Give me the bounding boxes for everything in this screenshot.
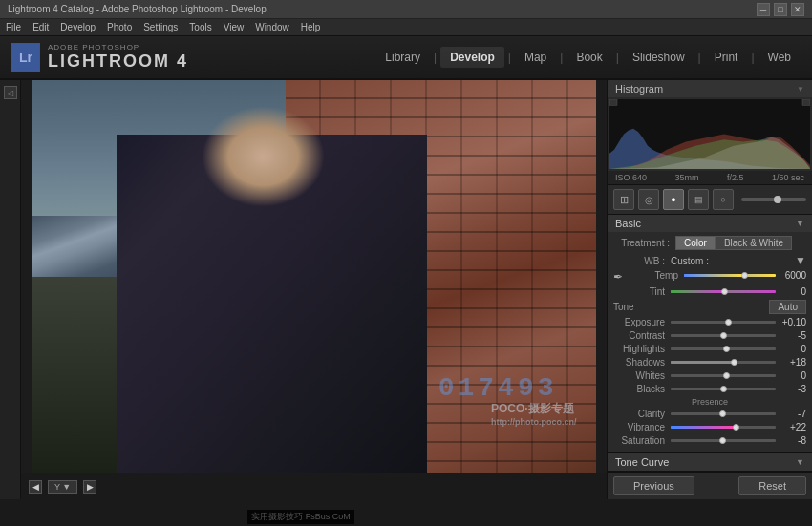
tint-track[interactable]: [671, 290, 776, 293]
menu-file[interactable]: File: [6, 22, 21, 32]
right-panel: Histogram ▼ ISO 640: [607, 80, 812, 499]
nav-sep-1: |: [432, 51, 438, 64]
basic-chevron: ▼: [796, 219, 804, 228]
whites-row: Whites 0: [613, 370, 806, 381]
highlights-thumb[interactable]: [723, 346, 730, 352]
highlights-track[interactable]: [671, 347, 776, 350]
shadows-thumb[interactable]: [731, 359, 737, 366]
saturation-track[interactable]: [671, 439, 776, 442]
temp-value: 6000: [776, 270, 806, 281]
clarity-track[interactable]: [671, 412, 776, 415]
tone-header-row: Tone Auto: [613, 300, 806, 314]
dropper-icon[interactable]: ✒: [613, 270, 623, 284]
temp-thumb[interactable]: [741, 272, 748, 279]
shadows-fill: [671, 361, 733, 364]
nav-sep-2: |: [506, 51, 513, 64]
vibrance-thumb[interactable]: [733, 424, 739, 431]
vibrance-track[interactable]: [671, 426, 776, 429]
frame-selector[interactable]: Y ▼: [48, 480, 77, 494]
menu-edit[interactable]: Edit: [32, 22, 49, 32]
tab-print[interactable]: Print: [705, 47, 748, 68]
contrast-row: Contrast -5: [613, 330, 806, 341]
tab-web[interactable]: Web: [759, 47, 801, 68]
nav-sep-6: |: [749, 51, 756, 64]
lr-badge: Lr: [11, 43, 40, 72]
tint-fill: [671, 290, 723, 293]
title-bar: Lightroom 4 Catalog - Adobe Photoshop Li…: [0, 0, 812, 19]
prev-frame-button[interactable]: ◀: [29, 480, 42, 494]
tab-develop[interactable]: Develop: [440, 47, 504, 68]
temp-row-container: ✒ Temp 6000: [613, 270, 806, 284]
tab-slideshow[interactable]: Slideshow: [623, 47, 694, 68]
menu-tools[interactable]: Tools: [189, 22, 211, 32]
blacks-track[interactable]: [671, 388, 776, 390]
tool-slider[interactable]: [741, 198, 806, 201]
footer-text: 实用摄影技巧 FsBus.CoM: [247, 510, 354, 524]
logo-area: Lr ADOBE PHOTOSHOP LIGHTROOM 4: [11, 43, 188, 72]
blacks-value: -3: [776, 384, 806, 394]
auto-tone-btn[interactable]: Auto: [769, 300, 806, 314]
saturation-row: Saturation -8: [613, 435, 806, 446]
crop-tool[interactable]: ⊞: [613, 189, 634, 210]
menu-bar: File Edit Develop Photo Settings Tools V…: [0, 19, 812, 36]
gradient-tool[interactable]: ▤: [688, 189, 709, 210]
bw-treatment-btn[interactable]: Black & White: [716, 236, 792, 250]
minimize-button[interactable]: ─: [757, 3, 770, 16]
blacks-thumb[interactable]: [720, 386, 727, 392]
tint-thumb[interactable]: [721, 288, 728, 295]
vibrance-value: +22: [776, 422, 806, 432]
treatment-label: Treatment :: [613, 238, 675, 248]
exposure-thumb[interactable]: [725, 319, 732, 326]
photo-area: 017493 POCO·摄影专题 http://photo.poco.cn/: [21, 80, 607, 473]
whites-value: 0: [776, 370, 806, 381]
spot-tool[interactable]: ◎: [638, 189, 659, 210]
menu-photo[interactable]: Photo: [107, 22, 132, 32]
exposure-value: +0.10: [776, 317, 806, 327]
contrast-track[interactable]: [671, 334, 776, 337]
color-treatment-btn[interactable]: Color: [675, 236, 716, 250]
blacks-label: Blacks: [613, 384, 671, 394]
tab-library[interactable]: Library: [375, 47, 430, 68]
shadows-track[interactable]: [671, 361, 776, 364]
saturation-thumb[interactable]: [719, 437, 726, 444]
menu-help[interactable]: Help: [301, 22, 321, 32]
title-bar-controls: ─ □ ✕: [757, 3, 804, 16]
reset-button[interactable]: Reset: [738, 476, 806, 495]
poco-url: http://photo.poco.cn/: [491, 417, 576, 427]
menu-window[interactable]: Window: [255, 22, 289, 32]
menu-develop[interactable]: Develop: [60, 22, 96, 32]
saturation-value: -8: [776, 435, 806, 446]
focal-info: 35mm: [675, 173, 699, 182]
next-frame-button[interactable]: ▶: [83, 480, 96, 494]
histogram-chevron[interactable]: ▼: [797, 85, 804, 94]
previous-button[interactable]: Previous: [613, 476, 694, 495]
histogram-area: [609, 99, 810, 169]
nav-sep-3: |: [558, 51, 565, 64]
wb-dropdown-icon[interactable]: ▼: [795, 254, 806, 267]
contrast-value: -5: [776, 330, 806, 341]
contrast-label: Contrast: [613, 330, 671, 341]
tab-map[interactable]: Map: [515, 47, 556, 68]
menu-view[interactable]: View: [224, 22, 245, 32]
maximize-button[interactable]: □: [774, 3, 787, 16]
presence-label: Presence: [613, 397, 806, 407]
highlights-value: 0: [776, 344, 806, 354]
brush-tool[interactable]: ○: [713, 189, 734, 210]
whites-track[interactable]: [671, 374, 776, 377]
redeye-tool[interactable]: ●: [663, 189, 684, 210]
tab-book[interactable]: Book: [566, 47, 611, 68]
tone-curve-chevron[interactable]: ▼: [796, 457, 804, 467]
menu-settings[interactable]: Settings: [143, 22, 178, 32]
logo-text: ADOBE PHOTOSHOP LIGHTROOM 4: [48, 43, 188, 72]
whites-thumb[interactable]: [723, 372, 730, 379]
main-area: ◁ 017: [0, 80, 812, 499]
clarity-thumb[interactable]: [719, 410, 726, 417]
basic-section-header[interactable]: Basic ▼: [608, 215, 812, 232]
tool-slider-thumb[interactable]: [774, 196, 781, 203]
contrast-thumb[interactable]: [720, 332, 727, 339]
tint-label: Tint: [613, 286, 671, 297]
temp-track[interactable]: [684, 274, 776, 277]
left-panel-toggle[interactable]: ◁: [4, 86, 17, 99]
close-button[interactable]: ✕: [791, 3, 804, 16]
exposure-track[interactable]: [671, 321, 776, 324]
